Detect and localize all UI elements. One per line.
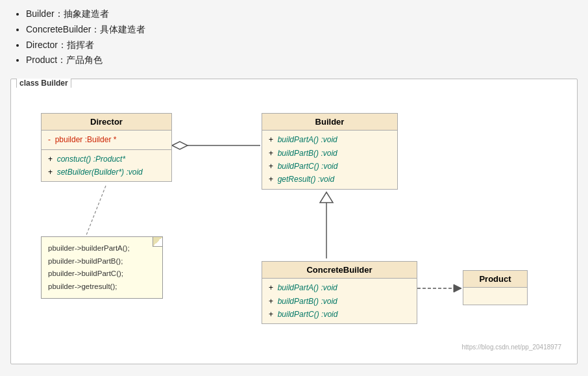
bullet-item-3: Director：指挥者 bbox=[26, 38, 578, 53]
svg-marker-5 bbox=[454, 284, 461, 292]
bullet-item-2: ConcreteBuilder：具体建造者 bbox=[26, 22, 578, 38]
bullet-item-1: Builder：抽象建造者 bbox=[26, 6, 578, 22]
watermark: https://blog.csdn.net/pp_20418977 bbox=[462, 344, 561, 351]
director-attr-1: - pbuilder :Builder * bbox=[48, 133, 165, 146]
concretebuilder-box: ConcreteBuilder + buildPartA() :void + b… bbox=[262, 261, 417, 324]
cb-method-3: + buildPartC() :void bbox=[269, 308, 410, 321]
bullet-item-4: Product：产品角色 bbox=[26, 53, 578, 68]
svg-line-6 bbox=[86, 186, 106, 235]
builder-method-1: + buildPartA() :void bbox=[269, 133, 391, 146]
note-line-3: pbuilder->buildPartC(); bbox=[48, 268, 156, 281]
director-attributes: - pbuilder :Builder * bbox=[42, 131, 171, 149]
builder-method-2: + buildPartB() :void bbox=[269, 147, 391, 160]
builder-method-3: + buildPartC() :void bbox=[269, 160, 391, 173]
note-box: pbuilder->builderPartA(); pbuilder->buil… bbox=[41, 236, 163, 299]
concretebuilder-header: ConcreteBuilder bbox=[262, 262, 417, 279]
product-header: Product bbox=[463, 271, 527, 288]
product-body bbox=[463, 288, 527, 303]
concretebuilder-methods: + buildPartA() :void + buildPartB() :voi… bbox=[262, 279, 417, 323]
builder-methods: + buildPartA() :void + buildPartB() :voi… bbox=[262, 131, 397, 189]
director-header: Director bbox=[42, 114, 171, 131]
cb-method-1: + buildPartA() :void bbox=[269, 281, 410, 294]
bullet-list: Builder：抽象建造者 ConcreteBuilder：具体建造者 Dire… bbox=[10, 6, 578, 68]
note-line-2: pbuilder->buildPartB(); bbox=[48, 255, 156, 268]
svg-marker-1 bbox=[172, 142, 188, 149]
diagram-inner: Director - pbuilder :Builder * + constuc… bbox=[21, 94, 567, 353]
director-box: Director - pbuilder :Builder * + constuc… bbox=[41, 113, 172, 182]
builder-header: Builder bbox=[262, 114, 397, 131]
product-box: Product bbox=[463, 270, 528, 305]
svg-marker-3 bbox=[320, 192, 333, 203]
note-line-4: pbuilder->getresult(); bbox=[48, 281, 156, 294]
builder-method-4: + getResult() :void bbox=[269, 173, 391, 186]
uml-diagram: class Builder Directo bbox=[10, 79, 578, 364]
director-method-2: + setBuilder(Builder*) :void bbox=[48, 166, 165, 179]
note-line-1: pbuilder->builderPartA(); bbox=[48, 242, 156, 255]
director-methods: + constuct() :Product* + setBuilder(Buil… bbox=[42, 149, 171, 182]
diagram-title: class Builder bbox=[16, 79, 71, 88]
cb-method-2: + buildPartB() :void bbox=[269, 295, 410, 308]
director-method-1: + constuct() :Product* bbox=[48, 153, 165, 166]
builder-box: Builder + buildPartA() :void + buildPart… bbox=[262, 113, 398, 190]
